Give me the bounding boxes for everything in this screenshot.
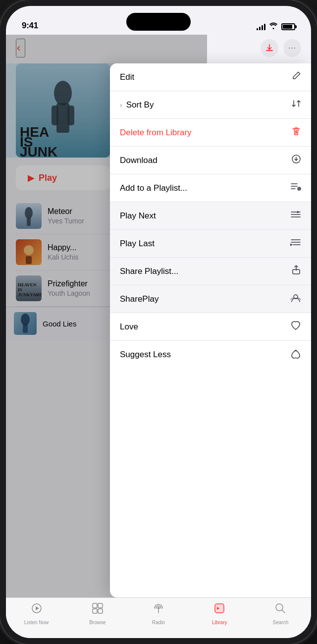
svg-marker-31: [297, 211, 300, 214]
share-icon: [291, 265, 301, 277]
top-bar-actions: ···: [261, 39, 301, 57]
svg-point-48: [276, 604, 283, 611]
menu-item-add-playlist-label: Add to a Playlist...: [120, 183, 187, 193]
search-icon: [274, 602, 287, 618]
tab-listen-now-label: Listen Now: [24, 620, 49, 625]
signal-bar-1: [257, 28, 258, 30]
download-button[interactable]: [261, 39, 278, 57]
menu-item-edit-label: Edit: [120, 72, 134, 82]
menu-item-shareplay-left: SharePlay: [120, 294, 158, 304]
download-icon: [265, 44, 274, 53]
menu-item-suggest-less[interactable]: Suggest Less: [110, 341, 311, 369]
menu-item-sort-by[interactable]: › Sort By: [110, 91, 311, 119]
sort-icon: [291, 99, 301, 111]
menu-item-download-left: Download: [120, 156, 158, 165]
menu-item-suggest-less-label: Suggest Less: [120, 350, 171, 360]
menu-item-edit[interactable]: Edit: [110, 63, 311, 91]
status-icons: [257, 22, 295, 31]
shareplay-icon: [290, 293, 301, 305]
svg-line-49: [282, 610, 285, 613]
menu-item-add-playlist-left: Add to a Playlist...: [120, 183, 187, 193]
sort-chevron-icon: ›: [120, 101, 122, 109]
tab-browse[interactable]: Browse: [67, 602, 128, 625]
more-button[interactable]: ···: [283, 39, 301, 57]
menu-item-delete[interactable]: Delete from Library: [110, 119, 311, 147]
phone-frame: 9:41: [0, 0, 317, 644]
menu-item-add-playlist[interactable]: Add to a Playlist...: [110, 174, 311, 202]
menu-item-suggest-less-left: Suggest Less: [120, 350, 171, 360]
play-next-icon: [290, 210, 301, 221]
add-playlist-icon: [290, 182, 301, 194]
menu-item-love-left: Love: [120, 322, 138, 332]
menu-item-delete-left: Delete from Library: [120, 128, 192, 138]
tab-search[interactable]: Search: [250, 602, 311, 625]
main-content: ‹ ···: [6, 35, 311, 597]
menu-item-share-playlist-left: Share Playlist...: [120, 267, 178, 276]
trash-icon: [291, 126, 301, 139]
suggest-less-icon: [290, 348, 301, 362]
menu-item-download[interactable]: Download: [110, 147, 311, 174]
context-menu: Edit › Sort By: [110, 63, 311, 597]
radio-icon: [152, 602, 165, 618]
menu-item-share-playlist[interactable]: Share Playlist...: [110, 258, 311, 285]
menu-item-play-last[interactable]: Play Last: [110, 230, 311, 258]
tab-radio-label: Radio: [152, 620, 165, 625]
svg-marker-39: [36, 606, 39, 610]
tab-browse-label: Browse: [89, 620, 106, 625]
tab-library[interactable]: Library: [189, 602, 250, 625]
menu-item-play-last-left: Play Last: [120, 239, 155, 249]
menu-item-play-last-label: Play Last: [120, 239, 155, 249]
signal-bars-icon: [257, 23, 265, 30]
tab-search-label: Search: [273, 620, 289, 625]
signal-bar-4: [264, 24, 265, 30]
menu-item-play-next[interactable]: Play Next: [110, 202, 311, 230]
menu-item-sort-label: Sort By: [126, 100, 154, 110]
more-dots-icon: ···: [288, 44, 296, 53]
tab-listen-now[interactable]: Listen Now: [6, 602, 67, 625]
menu-item-share-playlist-label: Share Playlist...: [120, 267, 178, 276]
svg-marker-35: [290, 244, 293, 246]
menu-item-love-label: Love: [120, 322, 138, 332]
menu-item-love[interactable]: Love: [110, 313, 311, 341]
battery-fill: [283, 25, 292, 29]
signal-bar-2: [259, 27, 261, 30]
status-time: 9:41: [22, 21, 38, 31]
tab-library-label: Library: [212, 620, 227, 625]
tab-radio[interactable]: Radio: [128, 602, 189, 625]
wifi-icon: [269, 22, 278, 31]
menu-item-delete-label: Delete from Library: [120, 128, 192, 138]
download-menu-icon: [291, 154, 301, 166]
svg-rect-43: [98, 609, 103, 613]
library-icon: [213, 602, 226, 618]
edit-icon: [291, 71, 301, 83]
tab-bar: Listen Now Browse: [6, 597, 311, 638]
svg-rect-40: [93, 603, 97, 608]
love-icon: [290, 321, 301, 333]
listen-now-icon: [30, 602, 43, 618]
dynamic-island: [126, 13, 191, 31]
svg-rect-41: [98, 603, 103, 608]
signal-bar-3: [262, 25, 263, 30]
menu-item-play-next-label: Play Next: [120, 211, 156, 221]
menu-item-download-label: Download: [120, 156, 158, 165]
menu-item-edit-left: Edit: [120, 72, 134, 82]
menu-item-play-next-left: Play Next: [120, 211, 156, 221]
menu-item-shareplay-label: SharePlay: [120, 294, 158, 304]
battery-icon: [281, 23, 295, 30]
svg-rect-42: [93, 609, 97, 613]
menu-item-sort-left: › Sort By: [120, 100, 154, 110]
menu-item-shareplay[interactable]: SharePlay: [110, 285, 311, 313]
phone-screen: 9:41: [6, 6, 311, 638]
browse-icon: [91, 602, 104, 618]
play-last-icon: [290, 238, 301, 249]
